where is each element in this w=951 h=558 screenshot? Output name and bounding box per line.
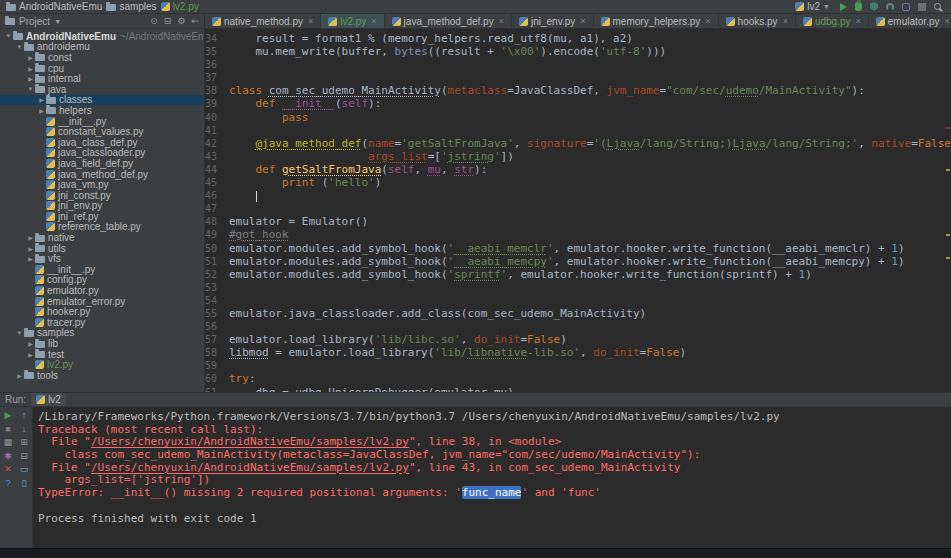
error-stripe[interactable] [945,29,951,392]
chevron-right-icon[interactable]: ▶ [26,351,35,358]
tree-item-lv2.py[interactable]: lv2.py [0,359,204,370]
close-icon[interactable]: × [308,16,313,26]
line-number[interactable]: 47 [205,202,229,215]
chevron-right-icon[interactable]: ▶ [26,234,35,241]
tree-item-vfs[interactable]: ▶vfs [0,253,204,264]
line-number[interactable]: 43 [205,150,229,163]
tab-emulator.py[interactable]: emulator.py× [869,14,951,28]
locate-file-icon[interactable]: ⊙ [150,16,158,26]
settings-icon[interactable]: ⚙ [177,16,185,26]
line-number[interactable]: 36 [205,58,229,71]
tree-item-java_field_def.py[interactable]: java_field_def.py [0,158,204,169]
line-number[interactable]: 50 [205,242,229,255]
tree-item-java_class_def.py[interactable]: java_class_def.py [0,137,204,148]
run-configuration-select[interactable]: lv2 ▼ [795,1,830,12]
tab-jni_env.py[interactable]: jni_env.py× [512,14,594,28]
line-number[interactable]: 51 [205,255,229,268]
chevron-down-icon[interactable]: ▼ [15,330,24,336]
pin-icon[interactable]: ✱ [4,451,12,461]
warning-stripe-mark[interactable] [946,234,950,236]
line-number[interactable]: 44 [205,163,229,176]
line-number[interactable]: 42 [205,137,229,150]
close-icon[interactable]: ✕ [4,464,12,474]
tab-udbg.py[interactable]: udbg.py× [796,14,869,28]
stacktrace-link[interactable]: /Users/chenyuxin/AndroidNativeEmu/sample… [91,461,409,474]
warning-stripe-mark[interactable] [946,169,950,171]
debug-icon[interactable] [855,2,862,11]
close-icon[interactable]: × [499,16,504,26]
garbage-icon[interactable]: ▯ [22,478,27,488]
close-icon[interactable]: × [783,16,788,26]
chevron-down-icon[interactable]: ▼ [26,86,35,92]
tree-item-__init__.py[interactable]: __init__.py [0,264,204,275]
chevron-down-icon[interactable]: ▼ [54,18,61,25]
tree-item-java_classloader.py[interactable]: java_classloader.py [0,148,204,159]
tree-item-jni_const.py[interactable]: jni_const.py [0,190,204,201]
line-number[interactable]: 61 [205,386,229,392]
close-icon[interactable]: × [371,16,376,26]
tree-item-native[interactable]: ▶native [0,232,204,243]
close-icon[interactable]: × [855,16,860,26]
run-tab-lv2[interactable]: lv2 [31,393,66,406]
restore-layout-icon[interactable]: ▦ [4,437,13,447]
rerun-icon[interactable]: ▶ [5,410,12,420]
tree-item-java_method_def.py[interactable]: java_method_def.py [0,169,204,180]
tree-item-__init__.py[interactable]: __init__.py [0,116,204,127]
stacktrace-link[interactable]: /Users/chenyuxin/AndroidNativeEmu/sample… [91,435,409,448]
tab-lv2.py[interactable]: lv2.py× [321,14,384,28]
tree-item-java_vm.py[interactable]: java_vm.py [0,179,204,190]
tree-item-emulator.py[interactable]: emulator.py [0,285,204,296]
chevron-right-icon[interactable]: ▶ [26,340,35,347]
breadcrumb-samples[interactable]: samples [106,1,156,12]
line-number[interactable]: 41 [205,124,229,137]
chevron-down-icon[interactable]: ▼ [15,44,24,50]
clear-all-icon[interactable]: ▭ [20,464,29,474]
tree-item-emulator_error.py[interactable]: emulator_error.py [0,296,204,307]
chevron-right-icon[interactable]: ▶ [37,107,46,114]
stop-icon[interactable] [918,3,926,11]
line-number[interactable]: 39 [205,97,229,110]
project-panel-title[interactable]: Project [19,16,50,27]
line-number[interactable]: 57 [205,333,229,346]
tree-item-tracer.py[interactable]: tracer.py [0,317,204,328]
tree-item-utils[interactable]: ▶utils [0,243,204,254]
line-number[interactable]: 37 [205,71,229,84]
search-everywhere-icon[interactable] [934,3,941,10]
tree-item-classes[interactable]: ▶classes [0,95,204,106]
tree-item-androidemu[interactable]: ▼androidemu [0,42,204,53]
tree-item-jni_ref.py[interactable]: jni_ref.py [0,211,204,222]
breadcrumb-project[interactable]: AndroidNativeEmu [6,1,102,12]
chevron-right-icon[interactable]: ▶ [26,65,35,72]
tree-item-const[interactable]: ▶const [0,52,204,63]
help-icon[interactable]: ? [5,478,10,488]
tree-item-test[interactable]: ▶test [0,349,204,360]
tree-item-constant_values.py[interactable]: constant_values.py [0,126,204,137]
chevron-down-icon[interactable]: ▼ [4,33,13,39]
tab-java_method_def.py[interactable]: java_method_def.py× [385,14,512,28]
line-number[interactable]: 52 [205,268,229,281]
tab-native_method.py[interactable]: native_method.py× [205,14,321,28]
close-icon[interactable]: × [944,16,949,26]
collapse-all-icon[interactable]: ⊟ [20,451,28,461]
profiler-icon[interactable] [886,3,894,11]
run-icon[interactable] [840,3,847,11]
chevron-right-icon[interactable]: ▶ [37,96,46,103]
close-icon[interactable]: × [580,16,585,26]
tree-item-tools[interactable]: ▶tools [0,370,204,381]
chevron-right-icon[interactable]: ▶ [26,255,35,262]
line-number[interactable]: 58 [205,346,229,359]
line-number[interactable]: 60 [205,372,229,385]
line-number[interactable]: 54 [205,294,229,307]
tree-item-samples[interactable]: ▼samples [0,328,204,339]
error-stripe-mark[interactable] [946,127,950,129]
warning-stripe-mark[interactable] [946,257,950,259]
line-number[interactable]: 53 [205,281,229,294]
tab-memory_helpers.py[interactable]: memory_helpers.py× [594,14,719,28]
breadcrumb-file[interactable]: lv2.py [161,1,199,12]
up-stack-trace-icon[interactable]: ↑ [22,410,27,420]
line-number[interactable]: 55 [205,307,229,320]
tree-item-hooker.py[interactable]: hooker.py [0,306,204,317]
stop-icon[interactable]: ■ [5,424,10,434]
tree-item-jni_env.py[interactable]: jni_env.py [0,201,204,212]
tab-hooks.py[interactable]: hooks.py× [719,14,796,28]
